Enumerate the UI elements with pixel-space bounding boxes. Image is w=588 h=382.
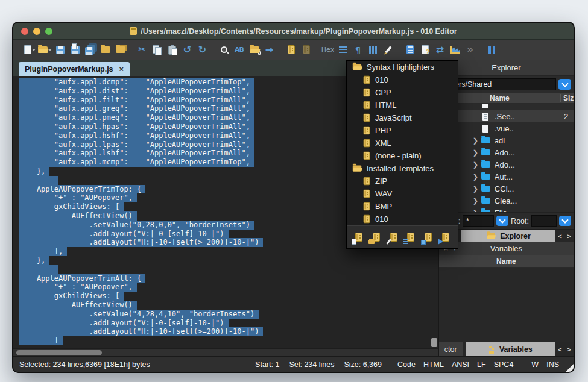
menu-item-javascript[interactable]: JavaScript <box>347 111 458 124</box>
open-script-icon[interactable] <box>368 230 384 245</box>
code-line[interactable]: gxChildViews: [ <box>19 292 430 301</box>
check-file-button[interactable]: ? <box>417 42 432 58</box>
expand-chevron-icon[interactable]: ❯ <box>473 197 481 205</box>
vertical-scrollbar-thumb[interactable] <box>431 338 437 347</box>
new-script-icon[interactable] <box>351 230 367 245</box>
expand-chevron-icon[interactable]: ❯ <box>473 137 481 145</box>
tab-scroll-right-icon[interactable]: > <box>564 230 574 242</box>
tab-scroll-right-icon[interactable]: > <box>564 342 574 356</box>
menu-item-zip[interactable]: ZIP <box>347 175 458 187</box>
code-line[interactable]: .addLayout("H:|-10-[self(>=200)]-10-|") <box>19 327 430 336</box>
open-file-button[interactable] <box>37 42 52 58</box>
menu-item-bmp[interactable]: BMP <box>347 200 458 213</box>
tab-inspector[interactable]: ctor <box>439 342 463 356</box>
calculator-button[interactable] <box>402 42 417 58</box>
tab-variables[interactable]: Variables <box>466 342 555 356</box>
size-column-header[interactable]: Size <box>560 94 574 102</box>
menu-section-installed-templates[interactable]: Installed Templates <box>347 162 458 175</box>
tree-row-partial[interactable] <box>439 104 574 110</box>
redo-button[interactable]: ↻ <box>195 42 210 58</box>
code-line[interactable]: "+" : "AUPopover", <box>19 283 430 292</box>
mode-code[interactable]: Code <box>397 360 416 369</box>
mode-spc4[interactable]: SPC4 <box>494 360 514 369</box>
histogram-button[interactable] <box>447 42 463 58</box>
save-as-button[interactable] <box>68 42 83 58</box>
horizontal-scrollbar[interactable] <box>13 348 438 356</box>
tab-close-icon[interactable]: × <box>119 64 124 74</box>
paste-button[interactable] <box>165 42 180 58</box>
tree-row-clea-[interactable]: ❯Clea... <box>439 195 574 207</box>
find-in-files-button[interactable] <box>247 42 262 58</box>
save-button[interactable] <box>52 42 68 58</box>
expand-chevron-icon[interactable]: ❯ <box>473 149 481 157</box>
code-line[interactable] <box>19 265 430 274</box>
word-wrap-button[interactable] <box>335 42 350 58</box>
pause-button[interactable] <box>484 42 499 58</box>
show-whitespace-button[interactable]: ¶ <box>350 42 365 58</box>
script-list-icon[interactable] <box>403 230 419 245</box>
tree-row-aut-[interactable]: ❯Aut... <box>439 171 574 183</box>
hex-mode-button[interactable]: Hex <box>320 42 335 58</box>
copy-button[interactable] <box>150 42 165 58</box>
compile-script-icon[interactable] <box>420 230 436 245</box>
cut-button[interactable]: ✂ <box>134 42 150 58</box>
menu-item-html[interactable]: HTML <box>347 99 458 111</box>
tree-row-file[interactable]: ❯File <box>439 207 574 212</box>
tree-row-ado-[interactable]: ❯Ado... <box>439 158 574 171</box>
close-window-button[interactable] <box>21 28 28 35</box>
status-start-1[interactable]: Start: 1 <box>255 360 279 369</box>
syntax-highlighter-button[interactable] <box>381 42 396 58</box>
scrollbar-thumb[interactable] <box>16 350 102 355</box>
menu-item-010[interactable]: 010 <box>347 213 458 225</box>
minimize-window-button[interactable] <box>33 28 40 35</box>
menu-section-syntax-highlighters[interactable]: Syntax Highlighters <box>347 61 458 74</box>
replace-button[interactable]: AB <box>232 42 247 58</box>
menu-item--none-plain-[interactable]: (none - plain) <box>347 149 458 162</box>
column-mode-button[interactable] <box>365 42 381 58</box>
status-size-6-369[interactable]: Size: 6,369 <box>344 360 382 369</box>
path-input[interactable]: Users/Shared <box>441 78 556 90</box>
mode-html[interactable]: HTML <box>423 360 444 369</box>
indicator-ins[interactable]: INS <box>546 360 559 369</box>
expand-chevron-icon[interactable]: ❯ <box>473 185 481 193</box>
new-file-button[interactable] <box>22 42 37 58</box>
more-tools-button[interactable]: » <box>463 42 478 58</box>
code-line[interactable]: ] <box>19 336 430 345</box>
tree-row--see-[interactable]: .See..2 <box>439 110 574 122</box>
filter-input[interactable]: * <box>463 215 494 227</box>
open-folder-button[interactable] <box>98 42 113 58</box>
menu-item-010[interactable]: 010 <box>347 74 458 86</box>
tree-row--vue-[interactable]: .vue.. <box>439 122 574 134</box>
compare-files-button[interactable]: ⇄ <box>432 42 447 58</box>
open-recent-button[interactable] <box>113 42 128 58</box>
expand-chevron-icon[interactable]: ❯ <box>473 161 481 169</box>
tab-pluginpopovermarkup[interactable]: PluginPopoverMarkup.js × <box>19 62 130 76</box>
mode-ansi[interactable]: ANSI <box>452 360 469 369</box>
zoom-window-button[interactable] <box>45 28 52 35</box>
filter-dropdown-button[interactable] <box>496 216 508 226</box>
code-line[interactable]: .addLayout("V:|-0-[self]-10-|") <box>19 319 430 328</box>
undo-button[interactable]: ↺ <box>180 42 195 58</box>
mode-lf[interactable]: LF <box>477 360 486 369</box>
tree-row-adi[interactable]: ❯adi <box>439 134 574 146</box>
edit-script-icon[interactable] <box>386 230 402 245</box>
root-input[interactable] <box>531 215 557 227</box>
menu-item-xml[interactable]: XML <box>347 137 458 149</box>
code-line[interactable]: AppleAUPopoverTrimAll: { <box>19 274 430 283</box>
tree-row-ado-[interactable]: ❯Ado... <box>439 146 574 158</box>
status-sel-234-lines[interactable]: Sel: 234 lines <box>289 360 334 369</box>
variables-name-column[interactable]: Name <box>439 257 574 266</box>
goto-button[interactable]: → <box>262 42 277 58</box>
code-line[interactable]: }, <box>19 256 430 265</box>
run-script-icon[interactable] <box>438 230 454 245</box>
tab-explorer[interactable]: Explorer <box>461 230 555 242</box>
menu-item-php[interactable]: PHP <box>347 124 458 137</box>
tab-scroll-left-icon[interactable]: < <box>555 342 564 356</box>
tree-row-ccl-[interactable]: ❯CCl... <box>439 183 574 195</box>
run-script-button[interactable] <box>283 42 299 58</box>
code-line[interactable]: AUEffectView() <box>19 301 430 310</box>
indicator-w[interactable]: W <box>531 360 539 369</box>
expand-chevron-icon[interactable]: ❯ <box>473 173 481 181</box>
find-button[interactable] <box>217 42 232 58</box>
code-line[interactable]: .setValue("4,28,4,10", "borderInsets") <box>19 310 430 319</box>
